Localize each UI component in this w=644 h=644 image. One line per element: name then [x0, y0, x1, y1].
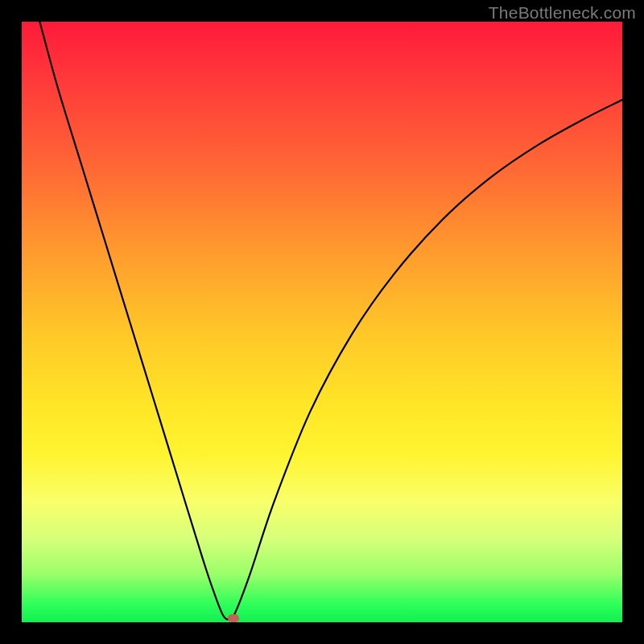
watermark-text: TheBottleneck.com — [489, 3, 636, 23]
plot-area — [22, 22, 622, 622]
optimal-point-marker — [228, 614, 239, 622]
bottleneck-curve — [22, 22, 622, 622]
chart-frame: TheBottleneck.com — [0, 0, 644, 644]
